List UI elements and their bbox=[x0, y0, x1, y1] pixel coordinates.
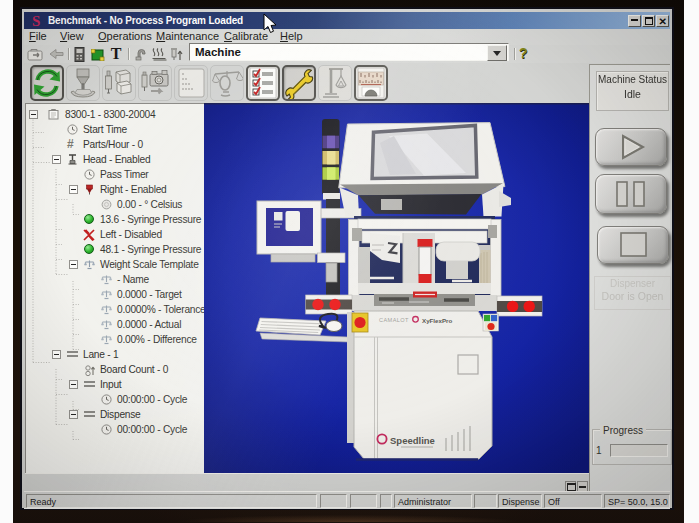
svg-text:Speedline: Speedline bbox=[390, 435, 435, 446]
svg-text:XyFlexPro: XyFlexPro bbox=[422, 317, 452, 324]
svg-text:CAMALOT: CAMALOT bbox=[379, 317, 409, 323]
